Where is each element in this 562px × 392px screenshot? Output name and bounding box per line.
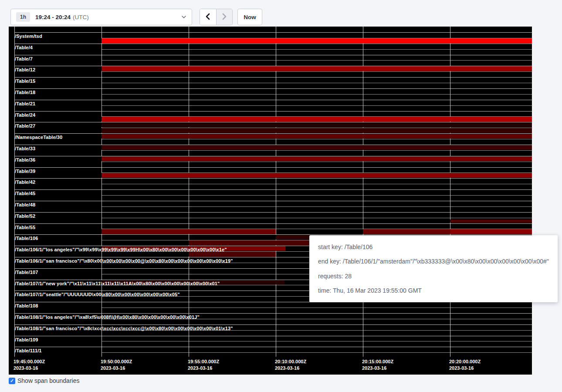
heat-band xyxy=(102,156,532,161)
time-gridline xyxy=(189,27,189,357)
span-boundary-line xyxy=(14,145,532,145)
span-boundary-line xyxy=(14,313,532,314)
heat-band xyxy=(189,252,276,257)
x-axis-label: 20:20:00.000Z2023-03-16 xyxy=(449,358,481,372)
x-axis-label: 20:10:00.000Z2023-03-16 xyxy=(275,358,306,372)
row-label: /Table/108/1/"los angeles"/"\xa8\xf5\u00… xyxy=(15,314,200,320)
time-range-text: 19:24 - 20:24 xyxy=(35,14,71,20)
row-label: /Table/106/1/"san francisco"/"\x80\x00\x… xyxy=(15,258,233,264)
time-gridline xyxy=(450,27,450,357)
chevron-down-icon xyxy=(181,15,186,19)
x-axis-label: 19:45:00.000Z2023-03-16 xyxy=(14,358,45,372)
row-label: /Table/18 xyxy=(15,90,35,95)
row-label: /Table/45 xyxy=(15,191,35,196)
span-boundary-line xyxy=(14,44,532,44)
show-span-boundaries-checkbox[interactable]: ✓ xyxy=(9,378,15,384)
row-label: /Table/107/1/"seattle"/"UUUUUUD\x00\x80\… xyxy=(15,292,179,297)
row-label: /Table/107 xyxy=(15,270,38,275)
span-boundary-line xyxy=(102,341,532,341)
span-tooltip: start key: /Table/106end key: /Table/106… xyxy=(309,235,558,302)
heat-band xyxy=(102,280,284,284)
row-label: /Table/33 xyxy=(15,146,35,151)
span-boundary-line xyxy=(14,212,532,213)
x-axis-date: 2023-03-16 xyxy=(188,365,219,372)
time-range-badge: 1h xyxy=(16,12,30,22)
span-boundary-line xyxy=(102,71,532,72)
row-label: /Table/106 xyxy=(15,236,38,241)
next-interval-button[interactable] xyxy=(217,9,233,25)
span-boundary-line xyxy=(102,330,532,331)
heat-band xyxy=(102,117,532,122)
span-boundary-line xyxy=(102,60,532,61)
time-range-selector[interactable]: 1h 19:24 - 20:24 (UTC) xyxy=(10,9,192,25)
heat-band xyxy=(102,128,532,133)
span-boundary-line xyxy=(102,229,532,229)
row-label: /Table/42 xyxy=(15,179,35,185)
heat-band xyxy=(102,246,189,251)
key-visualizer-canvas[interactable]: /System/tsd/Table/4/Table/7/Table/12/Tab… xyxy=(9,27,532,375)
row-label: /Table/12 xyxy=(15,67,35,72)
span-boundary-line xyxy=(102,128,532,128)
span-boundary-line xyxy=(102,172,532,173)
time-range-timezone: (UTC) xyxy=(73,14,89,20)
row-label: /Table/107/1/"new york"/"\x11\x11\x11\x1… xyxy=(15,281,220,286)
span-boundary-line xyxy=(14,77,532,78)
time-gridline xyxy=(102,27,102,357)
row-label: /Table/48 xyxy=(15,202,35,207)
span-boundary-line xyxy=(102,308,532,308)
time-gridline xyxy=(14,27,15,357)
row-label: /Table/4 xyxy=(15,45,33,50)
span-boundary-line xyxy=(102,83,532,83)
span-boundary-line xyxy=(102,184,532,184)
x-axis-date: 2023-03-16 xyxy=(275,365,306,372)
row-label: /Table/36 xyxy=(15,157,35,162)
span-boundary-line xyxy=(102,162,532,162)
span-boundary-line xyxy=(102,319,532,319)
x-axis-label: 19:50:00.000Z2023-03-16 xyxy=(101,358,132,372)
span-boundary-line xyxy=(102,139,532,139)
span-boundary-line xyxy=(102,218,532,218)
row-label: /Table/108 xyxy=(15,303,38,308)
span-boundary-line xyxy=(14,111,532,112)
tooltip-line: time: Thu, 16 Mar 2023 19:55:00 GMT xyxy=(318,286,549,295)
heat-band xyxy=(450,220,532,223)
row-label: /Table/24 xyxy=(15,112,35,118)
span-boundary-line xyxy=(14,167,532,168)
x-axis-date: 2023-03-16 xyxy=(362,365,393,372)
tooltip-line: start key: /Table/106 xyxy=(318,243,549,251)
tooltip-line: end key: /Table/106/1/"amsterdam"/"\xb33… xyxy=(318,257,549,266)
chevron-left-icon xyxy=(205,13,210,21)
span-boundary-line xyxy=(102,150,532,151)
show-span-boundaries-label: Show span boundaries xyxy=(17,377,79,384)
row-label: /Table/111/1 xyxy=(15,348,42,353)
heat-band xyxy=(102,134,532,139)
row-label: /Table/27 xyxy=(15,123,35,128)
span-boundary-line xyxy=(14,66,532,66)
span-boundary-line xyxy=(14,223,532,224)
span-boundary-line xyxy=(102,94,532,95)
heat-band xyxy=(102,38,532,43)
row-label: /Table/55 xyxy=(15,225,35,230)
row-label: /Table/7 xyxy=(15,56,33,61)
span-boundary-line xyxy=(102,49,532,50)
row-label: /NamespaceTable/30 xyxy=(15,135,62,140)
heat-band xyxy=(189,240,309,245)
row-label: /System/tsd xyxy=(15,34,42,39)
span-boundary-line xyxy=(14,122,532,122)
span-boundary-line xyxy=(14,201,532,201)
heat-band xyxy=(450,229,532,234)
heat-band xyxy=(102,229,276,234)
span-boundary-line xyxy=(14,178,532,179)
row-label: /Table/21 xyxy=(15,101,35,106)
span-boundary-line xyxy=(14,324,532,325)
row-label: /Table/15 xyxy=(15,78,35,84)
row-label: /Table/109 xyxy=(15,337,38,342)
heat-band xyxy=(189,246,285,251)
heat-band xyxy=(102,145,532,150)
span-boundary-line xyxy=(102,206,532,207)
now-button[interactable]: Now xyxy=(237,9,262,25)
previous-interval-button[interactable] xyxy=(200,9,216,25)
row-label: /Table/39 xyxy=(15,169,35,174)
chevron-right-icon xyxy=(222,13,227,21)
x-axis-label: 19:55:00.000Z2023-03-16 xyxy=(188,358,219,372)
